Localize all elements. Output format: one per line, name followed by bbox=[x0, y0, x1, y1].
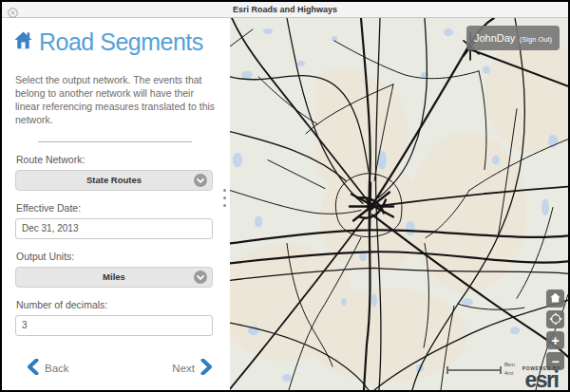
step-description: Select the output network. The events th… bbox=[15, 74, 217, 127]
route-network-value: State Routes bbox=[86, 175, 142, 185]
panel-header: Road Segments bbox=[12, 28, 230, 56]
effective-date-label: Effective Date: bbox=[16, 202, 230, 214]
next-button[interactable]: Next bbox=[172, 359, 213, 377]
map-canvas[interactable]: JohnDay (Sign Out) + − bbox=[230, 18, 568, 390]
zoom-in-button[interactable]: + bbox=[546, 331, 564, 349]
app-window: Esri Roads and Highways Road Segments Se… bbox=[0, 0, 570, 392]
next-label: Next bbox=[172, 363, 195, 374]
chevron-left-icon bbox=[27, 359, 39, 377]
scalebar-metric-label: 8km bbox=[504, 361, 515, 369]
scalebar-imperial-label: 4mi bbox=[504, 369, 515, 378]
close-icon[interactable] bbox=[8, 5, 18, 15]
locate-icon bbox=[549, 312, 562, 327]
page-title: Road Segments bbox=[39, 28, 203, 56]
panel-resize-handle[interactable] bbox=[223, 189, 226, 207]
user-name: JohnDay bbox=[474, 32, 515, 44]
road-network-basemap bbox=[230, 18, 568, 390]
wizard-panel: Road Segments Select the output network.… bbox=[2, 18, 230, 390]
wizard-nav: Back Next bbox=[2, 356, 230, 377]
decimals-input[interactable] bbox=[15, 315, 213, 336]
route-network-label: Route Network: bbox=[16, 154, 230, 165]
chevron-down-icon bbox=[194, 174, 207, 187]
home-icon bbox=[549, 291, 561, 306]
effective-date-input[interactable] bbox=[15, 218, 213, 239]
user-badge: JohnDay (Sign Out) bbox=[466, 26, 560, 50]
output-units-label: Output Units: bbox=[16, 251, 230, 262]
chevron-right-icon bbox=[200, 359, 213, 377]
map-locate-button[interactable] bbox=[546, 310, 564, 328]
map-scalebar: 8km 4mi bbox=[446, 363, 515, 378]
map-controls: + − bbox=[546, 289, 564, 370]
output-units-value: Miles bbox=[103, 271, 125, 282]
back-button[interactable]: Back bbox=[27, 359, 69, 377]
map-home-button[interactable] bbox=[546, 289, 564, 308]
decimals-label: Number of decimals: bbox=[16, 299, 230, 310]
titlebar: Esri Roads and Highways bbox=[2, 2, 568, 18]
sign-out-link[interactable]: (Sign Out) bbox=[520, 35, 552, 44]
window-title: Esri Roads and Highways bbox=[233, 5, 337, 14]
chevron-down-icon bbox=[194, 271, 207, 284]
route-network-dropdown[interactable]: State Routes bbox=[15, 170, 213, 191]
divider bbox=[38, 141, 192, 142]
home-icon bbox=[12, 29, 34, 55]
output-units-dropdown[interactable]: Miles bbox=[15, 267, 213, 288]
esri-brand-label: esri bbox=[522, 371, 560, 390]
back-label: Back bbox=[45, 363, 69, 374]
esri-logo: POWERED BY esri bbox=[522, 365, 560, 390]
